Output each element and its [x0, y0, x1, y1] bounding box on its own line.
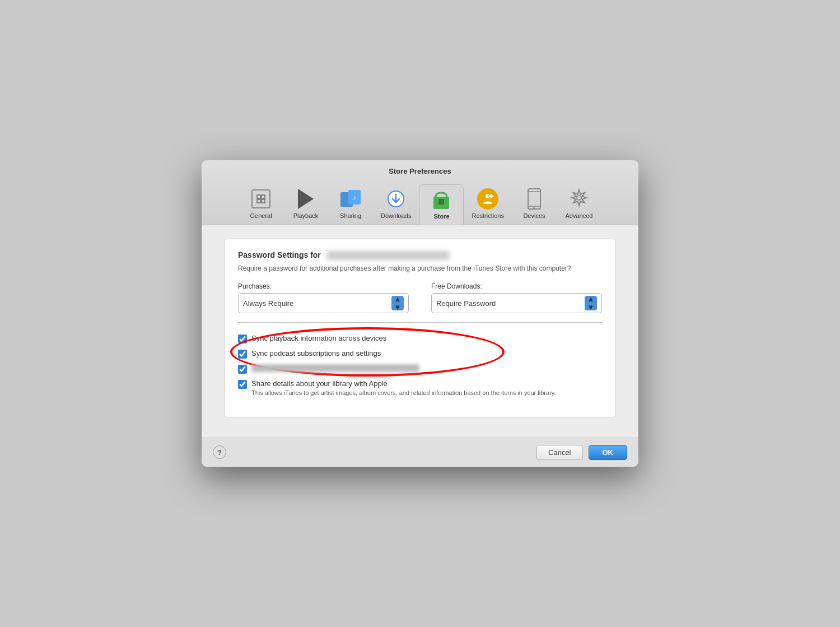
tab-advanced-label: Advanced [565, 212, 592, 219]
sync-podcast-label: Sync podcast subscriptions and settings [251, 349, 381, 357]
password-settings-heading: Password Settings for [238, 250, 602, 260]
purchases-dropdown-group: Purchases: Always Require ▲ ▼ [238, 282, 409, 313]
free-downloads-dropdown[interactable]: Require Password ▲ ▼ [431, 293, 602, 313]
tab-restrictions[interactable]: Restrictions [464, 184, 511, 225]
dropdowns-row: Purchases: Always Require ▲ ▼ Free Downl… [238, 282, 602, 313]
password-description: Require a password for additional purcha… [238, 263, 602, 273]
checkbox-sync-podcast: Sync podcast subscriptions and settings [238, 349, 602, 359]
svg-point-15 [577, 196, 581, 200]
svg-rect-8 [438, 199, 444, 205]
preferences-window: Store Preferences General [202, 160, 638, 467]
free-downloads-arrows: ▲ ▼ [585, 296, 597, 310]
bottom-bar: ? Cancel OK [202, 438, 638, 467]
tab-general-label: General [250, 212, 272, 219]
title-bar: Store Preferences General [202, 160, 638, 225]
tab-playback-label: Playback [293, 212, 319, 219]
svg-rect-2 [257, 199, 260, 203]
tab-store-label: Store [433, 213, 449, 220]
tab-playback[interactable]: Playback [283, 184, 328, 225]
playback-icon [295, 188, 317, 210]
cancel-button[interactable]: Cancel [536, 445, 582, 460]
window-title: Store Preferences [202, 167, 638, 175]
checkbox-auto-blurred [238, 364, 602, 374]
sync-playback-label: Sync playback information across devices [251, 334, 386, 342]
tab-sharing-label: Sharing [340, 212, 361, 219]
help-button[interactable]: ? [213, 445, 226, 459]
restrictions-icon [477, 188, 499, 210]
tab-devices-label: Devices [523, 212, 545, 219]
checkbox-share-library: Share details about your library with Ap… [238, 379, 602, 397]
ok-button[interactable]: OK [589, 445, 628, 460]
sync-podcast-checkbox[interactable] [238, 350, 247, 359]
password-settings-section: Password Settings for Require a password… [224, 239, 616, 417]
blurred-email [326, 251, 450, 260]
tab-sharing[interactable]: ♪ Sharing [328, 184, 373, 225]
svg-rect-3 [262, 199, 265, 203]
general-icon [250, 188, 272, 210]
purchases-dropdown[interactable]: Always Require ▲ ▼ [238, 293, 409, 313]
tab-devices[interactable]: Devices [512, 184, 557, 225]
free-downloads-value: Require Password [436, 299, 585, 308]
advanced-icon [568, 188, 590, 210]
svg-rect-1 [262, 195, 265, 198]
downloads-icon [385, 188, 407, 210]
separator [238, 322, 602, 323]
tab-downloads[interactable]: Downloads [373, 184, 419, 225]
free-downloads-label: Free Downloads: [431, 282, 602, 290]
share-library-label: Share details about your library with Ap… [251, 379, 556, 388]
buttons-right: Cancel OK [536, 445, 627, 460]
devices-icon [523, 188, 545, 210]
tab-downloads-label: Downloads [381, 212, 411, 219]
main-content: Password Settings for Require a password… [202, 225, 638, 438]
sync-playback-checkbox[interactable] [238, 335, 247, 343]
tab-general[interactable]: General [239, 184, 283, 225]
purchases-label: Purchases: [238, 282, 409, 290]
purchases-value: Always Require [243, 299, 391, 308]
svg-rect-0 [257, 195, 260, 198]
tab-store[interactable]: Store [419, 184, 464, 225]
sharing-icon: ♪ [339, 188, 362, 210]
svg-text:♪: ♪ [353, 194, 356, 202]
share-library-subtext: This allows iTunes to get artist images,… [251, 389, 556, 397]
checkbox-sync-playback: Sync playback information across devices [238, 334, 602, 343]
blurred-checkbox-text [251, 364, 419, 372]
share-library-checkbox[interactable] [238, 380, 247, 389]
tab-advanced[interactable]: Advanced [557, 184, 601, 225]
tab-restrictions-label: Restrictions [472, 212, 503, 219]
toolbar: General Playback ♪ Sharing [202, 181, 638, 225]
free-downloads-dropdown-group: Free Downloads: Require Password ▲ ▼ [431, 282, 602, 313]
store-icon [430, 188, 452, 211]
auto-blurred-checkbox[interactable] [238, 365, 247, 374]
purchases-arrows: ▲ ▼ [391, 296, 404, 310]
checkboxes-section: Sync playback information across devices… [238, 332, 602, 405]
svg-point-14 [533, 207, 535, 209]
